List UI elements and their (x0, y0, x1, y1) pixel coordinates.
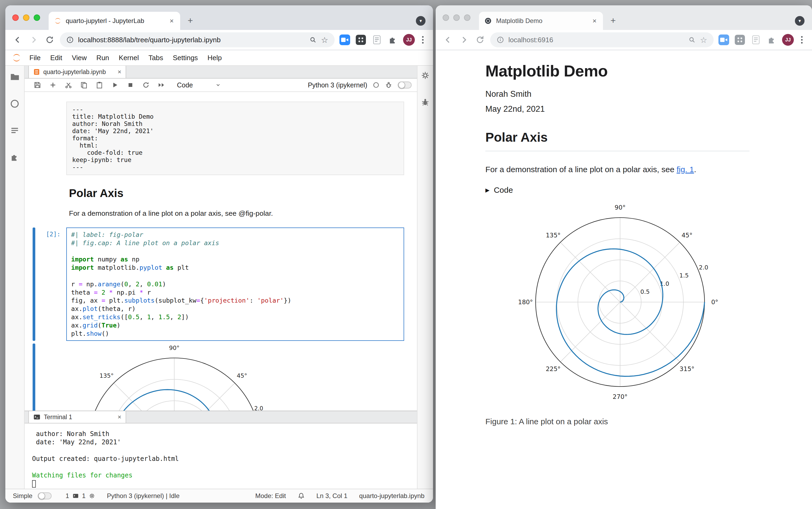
tab-close-icon[interactable]: × (592, 16, 598, 25)
address-bar[interactable]: localhost:8888/lab/tree/quarto-jupyterla… (60, 32, 334, 47)
minimize-window-button[interactable] (23, 14, 29, 21)
jupyterlab-body: quarto-jupyterlab.ipynb × Code (5, 66, 433, 489)
run-icon[interactable] (111, 81, 119, 89)
info-icon[interactable] (497, 36, 504, 43)
notebook-content: ---title: Matplotlib Demoauthor: Norah S… (25, 92, 417, 411)
cut-icon[interactable] (64, 81, 73, 89)
doc-extension-icon[interactable] (750, 34, 762, 46)
cell-collapser[interactable] (33, 228, 35, 341)
menu-view[interactable]: View (67, 54, 92, 62)
kebab-menu-icon[interactable] (419, 36, 427, 43)
simple-mode-toggle[interactable] (38, 493, 51, 499)
search-icon[interactable] (309, 36, 317, 43)
tab-search-button[interactable]: ▾ (795, 16, 805, 26)
reload-icon[interactable] (44, 34, 56, 46)
menu-run[interactable]: Run (92, 54, 114, 62)
jupyterlab-menubar: File Edit View Run Kernel Tabs Settings … (5, 50, 433, 66)
notebook-tab[interactable]: quarto-jupyterlab.ipynb × (28, 66, 126, 78)
code-line: fig, ax = plt.subplots(subplot_kw={'proj… (71, 297, 399, 305)
extensions-puzzle-icon[interactable] (387, 34, 399, 46)
toolbar-toggle[interactable] (398, 81, 412, 89)
menu-file[interactable]: File (25, 54, 45, 62)
bell-icon[interactable] (298, 493, 305, 499)
menu-kernel[interactable]: Kernel (114, 54, 144, 62)
reload-icon[interactable] (474, 34, 486, 46)
sessions-group[interactable]: 1 1 (66, 492, 95, 500)
close-icon[interactable]: × (117, 413, 121, 421)
terminal-tab[interactable]: Terminal 1 × (28, 411, 126, 423)
close-window-button[interactable] (443, 14, 449, 21)
add-cell-icon[interactable] (49, 81, 57, 89)
stop-icon[interactable] (126, 81, 135, 89)
extensions-puzzle-icon[interactable] (766, 34, 778, 46)
cursor-position[interactable]: Ln 3, Col 1 (316, 492, 348, 500)
kernel-status-text[interactable]: Python 3 (ipykernel) | Idle (107, 492, 180, 500)
new-tab-button[interactable]: + (183, 13, 197, 27)
kebab-menu-icon[interactable] (798, 36, 806, 43)
copy-icon[interactable] (80, 81, 88, 89)
grid-extension-icon[interactable] (734, 34, 746, 46)
new-tab-button[interactable]: + (606, 13, 620, 27)
paste-icon[interactable] (95, 81, 104, 89)
forward-icon[interactable] (458, 34, 470, 46)
tab-close-icon[interactable]: × (169, 16, 175, 25)
run-all-icon[interactable] (157, 81, 166, 89)
debugger-bug-icon[interactable] (421, 98, 429, 108)
output-collapser[interactable] (33, 343, 35, 411)
extension-manager-puzzle-icon[interactable] (10, 152, 20, 164)
raw-yaml-cell[interactable]: ---title: Matplotlib Demoauthor: Norah S… (66, 102, 404, 175)
address-bar[interactable]: localhost:6916 ☆ (490, 32, 714, 47)
url-text[interactable]: localhost:8888/lab/tree/quarto-jupyterla… (78, 36, 305, 44)
cell-type-select[interactable]: Code (177, 81, 221, 89)
avatar[interactable]: JJ (403, 34, 415, 46)
kernel-indicator-group: Python 3 (ipykernel) (308, 81, 412, 89)
terminal-output[interactable]: author: Norah Smith date: 'May 22nd, 202… (25, 423, 417, 489)
running-sessions-icon[interactable] (10, 99, 20, 111)
search-icon[interactable] (688, 36, 696, 43)
zoom-window-button[interactable] (34, 14, 40, 21)
kernel-name[interactable]: Python 3 (ipykernel) (308, 81, 367, 89)
minimize-window-button[interactable] (453, 14, 460, 21)
url-text[interactable]: localhost:6916 (508, 36, 684, 44)
code-line: #| label: fig-polar (71, 231, 399, 239)
back-icon[interactable] (442, 34, 454, 46)
back-icon[interactable] (12, 34, 24, 46)
bookmark-star-icon[interactable]: ☆ (321, 35, 328, 45)
grid-extension-icon[interactable] (355, 34, 367, 46)
browser-tab-jupyterlab[interactable]: quarto-jupyterl - JupyterLab × (49, 12, 180, 30)
toc-list-icon[interactable] (10, 126, 20, 137)
terminal-line: Watching files for changes (32, 471, 410, 480)
info-icon[interactable] (66, 36, 74, 43)
bug-icon[interactable] (385, 81, 392, 89)
forward-icon[interactable] (28, 34, 40, 46)
main-dock-panel: quarto-jupyterlab.ipynb × Code (25, 66, 417, 489)
bookmark-star-icon[interactable]: ☆ (700, 35, 707, 45)
paragraph-period: . (694, 165, 696, 174)
close-window-button[interactable] (12, 14, 19, 21)
save-icon[interactable] (33, 81, 42, 89)
avatar[interactable]: JJ (782, 34, 794, 46)
browser-tab-preview[interactable]: Matplotlib Demo × (479, 12, 603, 30)
menu-edit[interactable]: Edit (45, 54, 67, 62)
video-camera-icon[interactable] (339, 34, 351, 46)
zoom-window-button[interactable] (464, 14, 470, 21)
menu-tabs[interactable]: Tabs (144, 54, 168, 62)
jupyterlab-statusbar: Simple 1 1 Python 3 (ipykernel) | Idle M… (5, 489, 433, 503)
mode-indicator[interactable]: Mode: Edit (255, 492, 286, 500)
kernel-idle-icon[interactable] (373, 81, 380, 89)
figure-caption: Figure 1: A line plot on a polar axis (485, 417, 608, 426)
gear-icon[interactable] (421, 71, 429, 82)
terminal-cursor (32, 480, 36, 487)
terminals-count: 1 (66, 492, 69, 500)
video-camera-icon[interactable] (718, 34, 730, 46)
code-editor[interactable]: #| label: fig-polar#| fig.cap: A line pl… (66, 228, 404, 341)
restart-kernel-icon[interactable] (142, 81, 150, 89)
close-icon[interactable]: × (117, 68, 121, 76)
doc-extension-icon[interactable] (371, 34, 383, 46)
figure-link[interactable]: fig. 1 (676, 165, 694, 174)
activity-bar (5, 66, 25, 489)
menu-help[interactable]: Help (203, 54, 226, 62)
tab-search-button[interactable]: ▾ (416, 16, 425, 26)
markdown-heading: Polar Axis (69, 186, 417, 200)
folder-icon[interactable] (10, 72, 20, 84)
